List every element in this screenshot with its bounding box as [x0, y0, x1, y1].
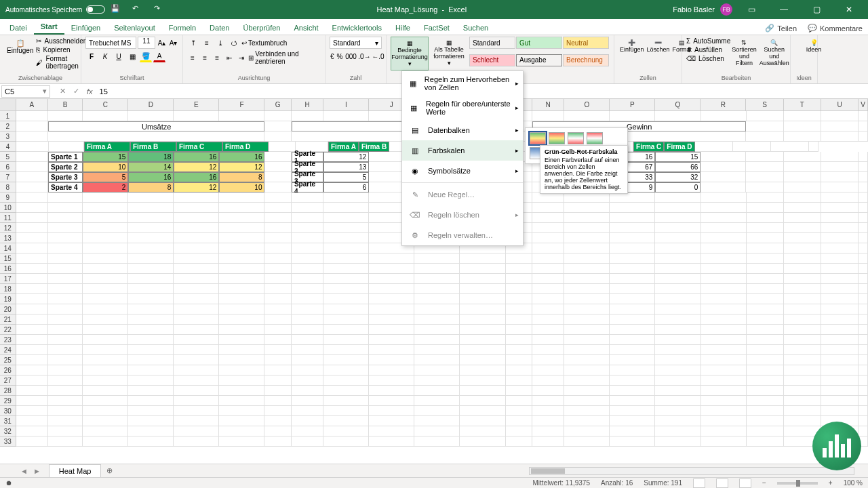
scale-green-yellow-red[interactable]	[530, 132, 546, 144]
cell[interactable]	[701, 314, 747, 325]
cell[interactable]	[821, 284, 859, 294]
cell[interactable]	[16, 304, 48, 314]
cell[interactable]	[460, 264, 505, 274]
cell[interactable]	[506, 386, 532, 396]
cell[interactable]	[859, 406, 868, 416]
cell[interactable]	[821, 396, 859, 406]
cell[interactable]	[16, 325, 48, 335]
cell[interactable]	[784, 416, 821, 426]
clear-button[interactable]: ⌫ Löschen	[686, 54, 730, 63]
cell[interactable]	[264, 396, 291, 406]
cell[interactable]	[821, 365, 859, 375]
col-header[interactable]: F	[219, 99, 264, 110]
cell[interactable]	[128, 274, 174, 284]
cell[interactable]	[655, 436, 701, 447]
sheet-nav-next-icon[interactable]: ►	[33, 467, 41, 475]
cell[interactable]	[292, 416, 323, 426]
row-header[interactable]: 5	[0, 152, 16, 162]
cell[interactable]	[292, 223, 323, 233]
cell[interactable]	[859, 416, 868, 426]
cell[interactable]	[701, 426, 747, 436]
close-icon[interactable]: ✕	[835, 0, 863, 19]
scale-red-yellow-green[interactable]	[549, 132, 565, 144]
cell[interactable]	[747, 213, 784, 223]
cell[interactable]	[506, 314, 532, 325]
cell[interactable]	[323, 335, 369, 345]
cell[interactable]	[174, 294, 219, 304]
cell[interactable]: Firma D	[664, 142, 694, 152]
cell[interactable]	[219, 416, 264, 426]
cf-icon-sets[interactable]: ◉Symbolsätze▸	[402, 161, 523, 181]
cell[interactable]	[821, 406, 859, 416]
cell[interactable]: Sparte 3	[48, 172, 83, 182]
cell[interactable]	[323, 274, 369, 284]
cell[interactable]	[655, 111, 701, 121]
cell[interactable]	[859, 233, 868, 243]
cell[interactable]	[564, 192, 610, 203]
comma-icon[interactable]: 000	[344, 50, 357, 62]
col-header[interactable]: E	[174, 99, 219, 110]
row-header[interactable]: 24	[0, 345, 16, 355]
cell[interactable]	[48, 375, 83, 386]
cell[interactable]	[292, 325, 323, 335]
cell[interactable]	[83, 416, 128, 426]
row-header[interactable]: 32	[0, 426, 16, 436]
cell[interactable]: 12	[219, 162, 264, 172]
row-header[interactable]: 15	[0, 253, 16, 264]
row-header[interactable]: 23	[0, 335, 16, 345]
cell[interactable]	[83, 233, 128, 243]
cell[interactable]	[219, 386, 264, 396]
cell[interactable]	[821, 131, 859, 142]
cell[interactable]	[264, 243, 291, 253]
cell[interactable]	[746, 182, 783, 192]
add-sheet-button[interactable]: ⊕	[101, 464, 118, 477]
cell[interactable]	[83, 213, 128, 223]
cf-color-scales[interactable]: ▥Farbskalen▸	[402, 140, 523, 161]
cell[interactable]	[369, 386, 414, 396]
cell[interactable]	[128, 406, 174, 416]
cell[interactable]	[269, 142, 296, 152]
cell[interactable]	[16, 111, 48, 121]
cell[interactable]	[564, 436, 610, 447]
cell[interactable]	[16, 416, 48, 426]
cell[interactable]	[532, 253, 564, 264]
cell[interactable]: 16	[174, 152, 219, 162]
cell[interactable]	[610, 243, 655, 253]
cell[interactable]	[610, 335, 655, 345]
cell[interactable]	[701, 233, 747, 243]
cell[interactable]	[564, 345, 610, 355]
cell[interactable]	[610, 294, 655, 304]
cell[interactable]	[532, 284, 564, 294]
cell[interactable]	[564, 223, 610, 233]
cell[interactable]	[655, 375, 701, 386]
cell[interactable]	[460, 386, 505, 396]
cell[interactable]	[610, 111, 655, 121]
cell[interactable]	[859, 365, 868, 375]
cell[interactable]	[859, 203, 868, 213]
cell[interactable]	[414, 426, 460, 436]
cell[interactable]	[701, 243, 747, 253]
cell[interactable]	[655, 233, 701, 243]
cell[interactable]	[564, 355, 610, 365]
cell[interactable]: K	[292, 121, 414, 131]
cell[interactable]: 12	[174, 162, 219, 172]
cell[interactable]: Umsätze	[48, 121, 264, 131]
cell[interactable]	[747, 436, 784, 447]
row-header[interactable]: 31	[0, 416, 16, 426]
col-header[interactable]: H	[292, 99, 323, 110]
cell[interactable]	[83, 426, 128, 436]
cell[interactable]: Sparte 4	[292, 182, 323, 192]
cell[interactable]	[747, 233, 784, 243]
cell[interactable]	[219, 375, 264, 386]
row-header[interactable]: 21	[0, 314, 16, 325]
cell[interactable]: 12	[323, 152, 369, 162]
cell[interactable]	[264, 172, 291, 182]
autosave-toggle[interactable]: Automatisches Speichern	[5, 5, 105, 14]
increase-font-icon[interactable]: A▴	[157, 37, 167, 49]
conditional-formatting-button[interactable]: ▦ Bedingte Formatierung ▾	[391, 37, 429, 70]
cell[interactable]	[564, 375, 610, 386]
cell[interactable]	[414, 375, 460, 386]
zoom-out-icon[interactable]: −	[762, 479, 766, 487]
cell[interactable]	[821, 294, 859, 304]
cell[interactable]	[83, 335, 128, 345]
